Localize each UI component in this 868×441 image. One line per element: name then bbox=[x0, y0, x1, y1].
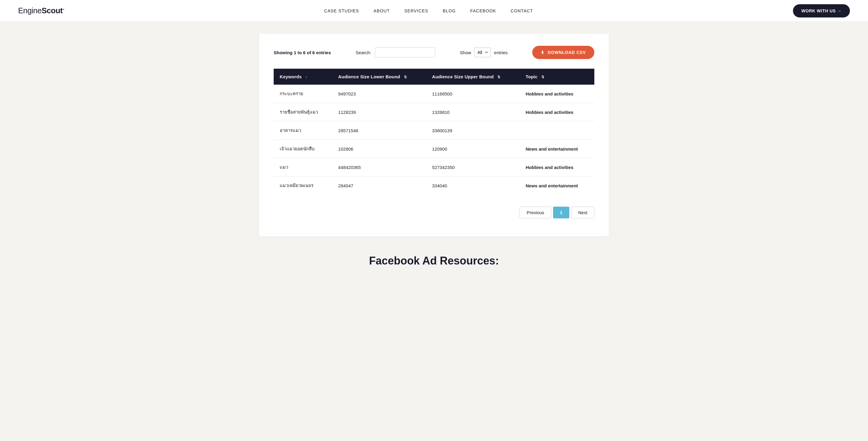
table-body: กระบะทราย949702311168500Hobbies and acti… bbox=[274, 85, 594, 195]
table-controls: Showing 1 to 6 of 6 entries Search: Show… bbox=[274, 46, 594, 59]
nav-links: CASE STUDIES ABOUT SERVICES BLOG FACEBOO… bbox=[324, 8, 533, 13]
col-upper-bound[interactable]: Audience Size Upper Bound ⇅ bbox=[426, 69, 520, 85]
cell-topic-5: News and entertainment bbox=[520, 177, 594, 195]
nav-case-studies[interactable]: CASE STUDIES bbox=[324, 8, 359, 13]
cell-upper-1: 1326810 bbox=[426, 103, 520, 121]
col-topic[interactable]: Topic ⇅ bbox=[520, 69, 594, 85]
next-button[interactable]: Next bbox=[571, 207, 594, 218]
cell-lower-4: 448420365 bbox=[332, 158, 426, 177]
cell-upper-4: 527342350 bbox=[426, 158, 520, 177]
cell-keyword-2: อาหารแมว bbox=[274, 121, 332, 140]
table-row: เจ้าแมวยอดนักสืบ102806120900News and ent… bbox=[274, 140, 594, 158]
cell-keyword-5: แมวเหมียวพเนจร bbox=[274, 177, 332, 195]
cell-keyword-1: รายชื่อสายพันธุ์แมว bbox=[274, 103, 332, 121]
nav-blog[interactable]: BLOG bbox=[443, 8, 456, 13]
cell-keyword-3: เจ้าแมวยอดนักสืบ bbox=[274, 140, 332, 158]
table-header: Keywords ↑ Audience Size Lower Bound ⇅ A… bbox=[274, 69, 594, 85]
table-row: แมวเหมียวพเนจร284047334040News and enter… bbox=[274, 177, 594, 195]
download-csv-button[interactable]: ⬇ DOWNLOAD CSV bbox=[532, 46, 594, 59]
cell-keyword-4: แมว bbox=[274, 158, 332, 177]
cell-upper-3: 120900 bbox=[426, 140, 520, 158]
work-with-us-button[interactable]: WORK WITH US → bbox=[793, 4, 850, 18]
cell-topic-4: Hobbies and activities bbox=[520, 158, 594, 177]
cell-keyword-0: กระบะทราย bbox=[274, 85, 332, 103]
table-row: อาหารแมว2857154633600139 bbox=[274, 121, 594, 140]
cell-lower-2: 28571546 bbox=[332, 121, 426, 140]
col-lower-bound[interactable]: Audience Size Lower Bound ⇅ bbox=[332, 69, 426, 85]
upper-bound-sort-icon: ⇅ bbox=[497, 75, 500, 79]
show-area: Show All 10 25 50 entries bbox=[460, 48, 508, 57]
download-label: DOWNLOAD CSV bbox=[548, 50, 586, 55]
topic-sort-icon: ⇅ bbox=[541, 75, 544, 79]
cell-upper-0: 11168500 bbox=[426, 85, 520, 103]
cell-upper-5: 334040 bbox=[426, 177, 520, 195]
logo-engine: Engine bbox=[18, 6, 41, 15]
cell-topic-1: Hobbies and activities bbox=[520, 103, 594, 121]
page-1-button[interactable]: 1 bbox=[553, 207, 569, 218]
lower-bound-sort-icon: ⇅ bbox=[404, 75, 407, 79]
table-row: แมว448420365527342350Hobbies and activit… bbox=[274, 158, 594, 177]
show-select[interactable]: All 10 25 50 bbox=[474, 48, 491, 57]
entries-label: entries bbox=[494, 50, 507, 55]
cell-lower-0: 9497023 bbox=[332, 85, 426, 103]
cell-topic-3: News and entertainment bbox=[520, 140, 594, 158]
logo: EngineScout● bbox=[18, 6, 64, 15]
search-area: Search: bbox=[355, 47, 435, 58]
previous-button[interactable]: Previous bbox=[520, 207, 551, 218]
table-row: รายชื่อสายพันธุ์แมว11282391326810Hobbies… bbox=[274, 103, 594, 121]
logo-dot-icon: ● bbox=[63, 7, 64, 11]
nav-services[interactable]: SERVICES bbox=[404, 8, 428, 13]
data-table: Keywords ↑ Audience Size Lower Bound ⇅ A… bbox=[274, 69, 594, 195]
cell-upper-2: 33600139 bbox=[426, 121, 520, 140]
cell-lower-3: 102806 bbox=[332, 140, 426, 158]
table-row: กระบะทราย949702311168500Hobbies and acti… bbox=[274, 85, 594, 103]
cell-lower-5: 284047 bbox=[332, 177, 426, 195]
pagination: Previous 1 Next bbox=[274, 207, 594, 218]
col-keywords[interactable]: Keywords ↑ bbox=[274, 69, 332, 85]
navigation: EngineScout● CASE STUDIES ABOUT SERVICES… bbox=[0, 0, 868, 22]
search-input[interactable] bbox=[375, 47, 435, 58]
show-label: Show bbox=[460, 50, 471, 55]
keywords-sort-icon: ↑ bbox=[305, 75, 307, 79]
nav-contact[interactable]: CONTACT bbox=[510, 8, 533, 13]
page-wrapper: Showing 1 to 6 of 6 entries Search: Show… bbox=[253, 34, 615, 267]
nav-about[interactable]: ABOUT bbox=[374, 8, 390, 13]
showing-entries-text: Showing 1 to 6 of 6 entries bbox=[274, 50, 331, 55]
cell-topic-2 bbox=[520, 121, 594, 140]
footer-heading: Facebook Ad Resources: bbox=[259, 255, 609, 267]
cell-lower-1: 1128239 bbox=[332, 103, 426, 121]
download-icon: ⬇ bbox=[541, 50, 545, 55]
main-card: Showing 1 to 6 of 6 entries Search: Show… bbox=[259, 34, 609, 237]
nav-facebook[interactable]: FACEBOOK bbox=[470, 8, 496, 13]
cell-topic-0: Hobbies and activities bbox=[520, 85, 594, 103]
search-label: Search: bbox=[355, 50, 371, 55]
logo-scout: Scout bbox=[41, 6, 63, 15]
